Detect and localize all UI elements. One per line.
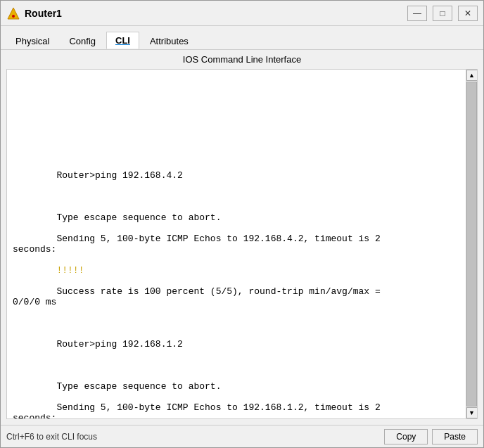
window-title: Router1 xyxy=(25,8,407,19)
terminal-content[interactable]: Router>ping 192.168.4.2 Type escape sequ… xyxy=(7,70,477,418)
close-button[interactable]: ✕ xyxy=(458,6,478,21)
main-window: Router1 — □ ✕ Physical Config CLI Attrib… xyxy=(0,0,484,448)
title-bar: Router1 — □ ✕ xyxy=(1,1,483,26)
terminal-line-ping1: Router>ping 192.168.4.2 xyxy=(56,170,182,181)
tab-config[interactable]: Config xyxy=(60,32,105,49)
window-controls: — □ ✕ xyxy=(407,6,478,21)
status-bar: Ctrl+F6 to exit CLI focus Copy Paste xyxy=(1,425,483,447)
terminal-line-ping2: Router>ping 192.168.1.2 xyxy=(56,339,182,350)
terminal[interactable]: Router>ping 192.168.4.2 Type escape sequ… xyxy=(6,69,478,419)
tab-bar: Physical Config CLI Attributes xyxy=(1,26,483,50)
action-buttons: Copy Paste xyxy=(384,429,478,444)
tab-attributes[interactable]: Attributes xyxy=(141,32,198,49)
terminal-line-success1: Success rate is 100 percent (5/5), round… xyxy=(13,286,381,307)
section-title: IOS Command Line Interface xyxy=(1,50,483,69)
cli-area: Router>ping 192.168.4.2 Type escape sequ… xyxy=(1,69,483,425)
scroll-up-button[interactable]: ▲ xyxy=(466,70,478,81)
copy-button[interactable]: Copy xyxy=(384,429,428,444)
terminal-line-send1: Sending 5, 100-byte ICMP Echos to 192.16… xyxy=(13,233,381,255)
terminal-line-escape2: Type escape sequence to abort. xyxy=(56,381,221,392)
scroll-down-button[interactable]: ▼ xyxy=(466,407,478,418)
terminal-line-exclaim1: !!!!! xyxy=(56,265,84,276)
app-icon xyxy=(6,6,20,20)
tab-cli[interactable]: CLI xyxy=(106,32,139,49)
scrollbar[interactable]: ▲ ▼ xyxy=(466,70,477,418)
paste-button[interactable]: Paste xyxy=(432,429,478,444)
scroll-thumb[interactable] xyxy=(466,82,477,407)
status-hint: Ctrl+F6 to exit CLI focus xyxy=(6,432,97,442)
maximize-button[interactable]: □ xyxy=(433,6,452,21)
terminal-line-send2: Sending 5, 100-byte ICMP Echos to 192.16… xyxy=(13,402,381,418)
minimize-button[interactable]: — xyxy=(407,6,427,21)
svg-point-1 xyxy=(12,15,15,18)
tab-physical[interactable]: Physical xyxy=(6,32,58,49)
terminal-line-escape1: Type escape sequence to abort. xyxy=(56,212,221,223)
